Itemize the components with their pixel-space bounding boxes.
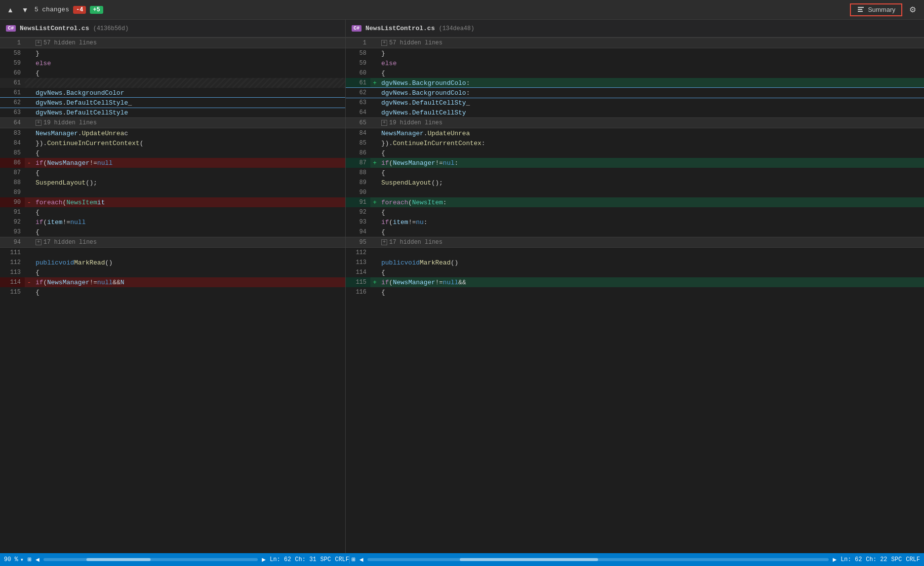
table-row: 84 }).ContinueInCurrentContext( <box>0 138 345 148</box>
table-row: 85 }).ContinueInCurrentContex: <box>346 138 924 148</box>
table-row: 84 NewsManager.UpdateUnrea <box>346 128 924 138</box>
table-row: 60 { <box>346 68 924 78</box>
summary-icon <box>857 6 865 14</box>
table-row: 85 { <box>0 148 345 158</box>
toolbar: ▲ ▼ 5 changes -4 +5 Summary ⚙ <box>0 0 924 20</box>
table-row: 61 + dgvNews.BackgroundColo: <box>346 78 924 88</box>
left-scroll[interactable]: 1 + 57 hidden lines 58 } 59 <box>0 38 345 553</box>
left-status-pane: 90 % ▾ ⊞ ◀ ▶ Ln: 62 Ch: 31 SPC CRLF <box>4 556 350 564</box>
left-scroll-left[interactable]: ◀ <box>36 556 40 564</box>
table-row: 89 SuspendLayout(); <box>346 178 924 188</box>
hidden-lines-19-right: 65 + 19 hidden lines <box>346 117 924 128</box>
table-row: 114 - if (NewsManager != null && N <box>0 277 345 287</box>
right-filename: NewsListControl.cs <box>365 25 435 32</box>
table-row: 115 + if (NewsManager != null && <box>346 277 924 287</box>
left-ch: Ch: 31 <box>295 556 316 563</box>
right-scroll-left[interactable]: ◀ <box>360 556 363 564</box>
hidden-lines-57-right: 1 + 57 hidden lines <box>346 38 924 48</box>
right-scrollbar[interactable] <box>367 558 829 561</box>
expand-hidden-17-right[interactable]: + <box>381 239 387 245</box>
table-row: 91 + foreach (NewsItem : <box>346 197 924 207</box>
table-row: 94 { <box>346 227 924 237</box>
table-row: 58 } <box>346 48 924 58</box>
table-row: 86 - if (NewsManager != null <box>0 158 345 168</box>
left-lang-badge: C# <box>6 25 16 32</box>
changes-count: 5 changes <box>35 6 69 13</box>
right-file-header: C# NewsListControl.cs (134dea48) <box>346 20 924 37</box>
left-encoding-btn[interactable]: ⊞ <box>28 556 32 564</box>
table-row: 87 { <box>0 168 345 178</box>
table-row: 86 { <box>346 148 924 158</box>
right-lang-badge: C# <box>352 25 362 32</box>
table-row: 114 { <box>346 267 924 277</box>
left-filename: NewsListControl.cs <box>20 25 89 32</box>
right-encoding-btn[interactable]: ⊞ <box>352 556 356 564</box>
left-diff-lines: 1 + 57 hidden lines 58 } 59 <box>0 38 345 297</box>
table-row: 111 <box>0 248 345 258</box>
left-scrollbar[interactable] <box>43 558 258 561</box>
settings-button[interactable]: ⚙ <box>906 4 919 15</box>
left-zoom[interactable]: 90 % ▾ <box>4 556 24 564</box>
expand-hidden-57-left[interactable]: + <box>36 40 41 46</box>
right-crlf: CRLF <box>906 556 920 563</box>
table-row: 90 - foreach (NewsItem it <box>0 197 345 207</box>
table-row: 88 { <box>346 168 924 178</box>
table-row: 62 dgvNews.BackgroundColo: <box>346 88 924 98</box>
added-badge: +5 <box>90 6 103 14</box>
right-scroll-right[interactable]: ▶ <box>833 556 837 564</box>
expand-hidden-57-right[interactable]: + <box>381 40 387 46</box>
deleted-badge: -4 <box>73 6 86 14</box>
right-diff-lines: 1 + 57 hidden lines 58 } 59 <box>346 38 924 297</box>
summary-button[interactable]: Summary <box>850 3 902 16</box>
expand-hidden-19-right[interactable]: + <box>381 120 387 126</box>
left-crlf: CRLF <box>335 556 349 563</box>
table-row: 113 public void MarkRead() <box>346 258 924 267</box>
table-row: 62 dgvNews.DefaultCellStyle_ <box>0 98 345 108</box>
right-status-pane: ⊞ ◀ ▶ Ln: 62 Ch: 22 SPC CRLF <box>352 556 920 564</box>
right-ln: Ln: 62 <box>841 556 862 563</box>
left-scroll-right[interactable]: ▶ <box>262 556 266 564</box>
svg-rect-2 <box>858 11 863 12</box>
table-row: 61 dgvNews.BackgroundColor <box>0 88 345 98</box>
left-spc: SPC <box>321 556 331 563</box>
status-bar: 90 % ▾ ⊞ ◀ ▶ Ln: 62 Ch: 31 SPC CRLF ⊞ ◀ … <box>0 553 924 566</box>
left-diff-pane: 1 + 57 hidden lines 58 } 59 <box>0 38 346 553</box>
table-row: 92 if (item != null <box>0 217 345 227</box>
table-row: 115 { <box>0 287 345 297</box>
table-row: 113 { <box>0 267 345 277</box>
table-row: 116 { <box>346 287 924 297</box>
table-row: 59 else <box>0 58 345 68</box>
right-file-hash: (134dea48) <box>439 25 474 32</box>
zoom-dropdown-icon: ▾ <box>20 556 24 564</box>
table-row: 58 } <box>0 48 345 58</box>
right-scroll[interactable]: 1 + 57 hidden lines 58 } 59 <box>346 38 924 553</box>
right-ch: Ch: 22 <box>866 556 887 563</box>
right-diff-pane: 1 + 57 hidden lines 58 } 59 <box>346 38 924 553</box>
table-row: 112 public void MarkRead() <box>0 258 345 267</box>
nav-down-button[interactable]: ▼ <box>20 5 31 15</box>
table-row: 93 if (item != nu: <box>346 217 924 227</box>
hidden-lines-17-left: 94 + 17 hidden lines <box>0 237 345 248</box>
nav-up-button[interactable]: ▲ <box>5 5 16 15</box>
table-row: 83 NewsManager.UpdateUnreac <box>0 128 345 138</box>
expand-hidden-19-left[interactable]: + <box>36 120 41 126</box>
left-file-hash: (4136b56d) <box>93 25 128 32</box>
svg-rect-1 <box>858 9 862 10</box>
table-row: 92 { <box>346 207 924 217</box>
hidden-lines-17-right: 95 + 17 hidden lines <box>346 237 924 248</box>
table-row: 64 dgvNews.DefaultCellSty <box>346 108 924 117</box>
table-row: 87 + if (NewsManager != nul: <box>346 158 924 168</box>
table-row: 63 dgvNews.DefaultCellSty_ <box>346 98 924 108</box>
table-row: 59 else <box>346 58 924 68</box>
table-row: 93 { <box>0 227 345 237</box>
table-row: 91 { <box>0 207 345 217</box>
table-row: 61 <box>0 78 345 88</box>
table-row: 112 <box>346 248 924 258</box>
expand-hidden-17-left[interactable]: + <box>36 239 41 245</box>
right-spc: SPC <box>891 556 902 563</box>
table-row: 63 dgvNews.DefaultCellStyle <box>0 108 345 117</box>
table-row: 90 <box>346 188 924 197</box>
hidden-lines-19-left: 64 + 19 hidden lines <box>0 117 345 128</box>
file-headers: C# NewsListControl.cs (4136b56d) C# News… <box>0 20 924 38</box>
svg-rect-0 <box>858 7 864 8</box>
